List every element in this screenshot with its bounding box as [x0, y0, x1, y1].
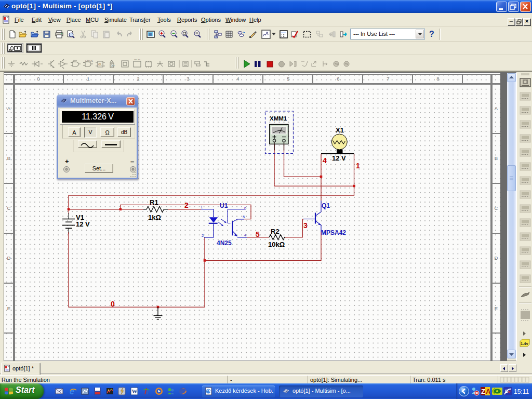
svg-text:5: 5: [243, 215, 245, 219]
svg-text:X1: X1: [336, 126, 344, 134]
svg-text:1kΩ: 1kΩ: [148, 214, 161, 221]
svg-text:D: D: [505, 389, 509, 394]
svg-text:U1: U1: [220, 202, 228, 209]
svg-text:R2: R2: [271, 228, 280, 235]
svg-text:5: 5: [256, 230, 260, 238]
svg-text:4: 4: [323, 156, 327, 165]
svg-text:12 V: 12 V: [332, 154, 346, 162]
svg-text:2: 2: [184, 201, 189, 209]
svg-text:MPSA42: MPSA42: [321, 229, 346, 236]
svg-text:A: A: [486, 388, 490, 395]
svg-text:1: 1: [201, 205, 203, 209]
svg-text:Q1: Q1: [322, 202, 330, 209]
svg-text:6: 6: [244, 206, 246, 210]
svg-text:R1: R1: [150, 198, 158, 206]
svg-text:2: 2: [202, 233, 204, 238]
svg-text:Z: Z: [481, 388, 485, 395]
svg-text:10kΩ: 10kΩ: [268, 241, 285, 248]
svg-text:4N25: 4N25: [217, 240, 232, 247]
svg-text:12 V: 12 V: [76, 220, 90, 228]
svg-text:3: 3: [303, 221, 308, 230]
svg-text:XMM1: XMM1: [270, 115, 287, 122]
svg-text:1: 1: [356, 162, 360, 170]
svg-text:0: 0: [111, 300, 115, 308]
svg-text:e: e: [70, 387, 74, 396]
svg-text:4: 4: [244, 233, 246, 237]
svg-text:W: W: [132, 388, 138, 394]
